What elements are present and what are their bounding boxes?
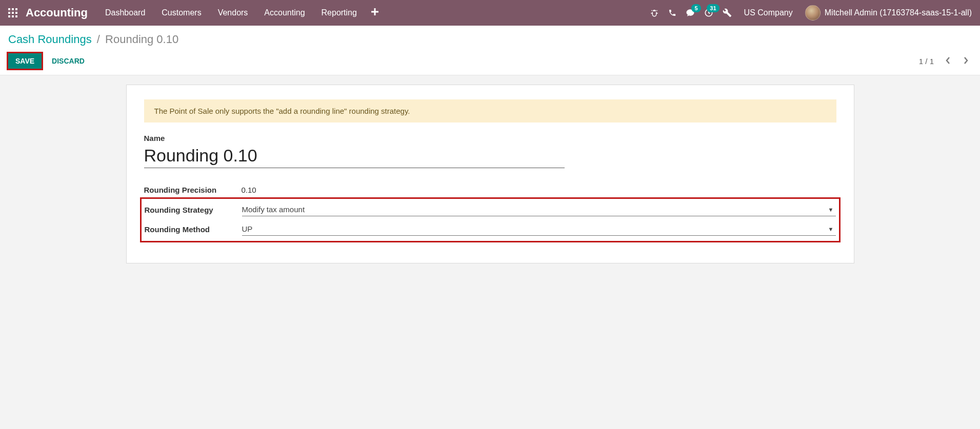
name-label: Name (144, 134, 836, 142)
new-menu-icon[interactable] (364, 4, 386, 22)
row-strategy: Rounding Strategy Modify tax amount ▼ (145, 200, 836, 219)
menu-reporting[interactable]: Reporting (314, 4, 364, 22)
phone-icon[interactable] (668, 9, 676, 17)
strategy-select[interactable]: Modify tax amount (242, 203, 836, 216)
company-switcher[interactable]: US Company (741, 8, 796, 17)
breadcrumb-sep: / (97, 33, 100, 46)
control-panel: Cash Roundings / Rounding 0.10 Save Disc… (0, 26, 980, 75)
breadcrumb-current: Rounding 0.10 (105, 33, 178, 46)
svg-rect-6 (8, 15, 10, 17)
precision-label: Rounding Precision (144, 186, 242, 194)
row-precision: Rounding Precision 0.10 (144, 182, 836, 197)
navbar: Accounting Dashboard Customers Vendors A… (0, 0, 980, 26)
pager-prev-icon[interactable] (942, 54, 954, 68)
activities-badge: 31 (707, 4, 719, 12)
svg-rect-8 (15, 15, 17, 17)
row-method: Rounding Method UP ▼ (145, 219, 836, 239)
activities-icon[interactable]: 31 (704, 8, 713, 17)
settings-icon[interactable] (723, 8, 732, 17)
avatar (805, 5, 821, 21)
svg-rect-2 (15, 8, 17, 10)
debug-icon[interactable] (650, 8, 659, 17)
menu-accounting[interactable]: Accounting (257, 4, 312, 22)
highlighted-fields: Rounding Strategy Modify tax amount ▼ Ro… (140, 197, 841, 242)
messages-badge: 5 (691, 4, 701, 12)
breadcrumb-parent[interactable]: Cash Roundings (8, 33, 92, 46)
navbar-right: 5 31 US Company Mitchell Admin (17163784… (650, 5, 972, 21)
svg-rect-5 (15, 12, 17, 14)
svg-rect-1 (12, 8, 14, 10)
app-brand[interactable]: Accounting (26, 6, 88, 19)
menu-customers[interactable]: Customers (154, 4, 208, 22)
messages-icon[interactable]: 5 (686, 8, 695, 17)
name-input[interactable] (144, 145, 565, 168)
svg-rect-4 (12, 12, 14, 14)
menu-dashboard[interactable]: Dashboard (98, 4, 152, 22)
svg-rect-10 (371, 11, 378, 13)
save-button[interactable]: Save (8, 53, 42, 69)
svg-rect-3 (8, 12, 10, 14)
svg-rect-7 (12, 15, 14, 17)
apps-icon[interactable] (8, 8, 17, 17)
method-label: Rounding Method (145, 225, 242, 234)
pager[interactable]: 1 / 1 (919, 57, 934, 66)
warning-alert: The Point of Sale only supports the "add… (144, 99, 836, 122)
precision-value[interactable]: 0.10 (242, 186, 256, 194)
discard-button[interactable]: Discard (49, 53, 88, 69)
form-sheet: The Point of Sale only supports the "add… (126, 85, 854, 263)
sheet-wrap: The Point of Sale only supports the "add… (0, 75, 980, 273)
method-select[interactable]: UP (242, 222, 836, 236)
main-menu: Dashboard Customers Vendors Accounting R… (98, 4, 364, 22)
user-menu[interactable]: Mitchell Admin (17163784-saas-15-1-all) (805, 5, 972, 21)
menu-vendors[interactable]: Vendors (211, 4, 255, 22)
strategy-label: Rounding Strategy (145, 206, 242, 214)
breadcrumb: Cash Roundings / Rounding 0.10 (8, 33, 972, 46)
svg-rect-0 (8, 8, 10, 10)
user-name: Mitchell Admin (17163784-saas-15-1-all) (825, 8, 972, 17)
pager-next-icon[interactable] (959, 54, 972, 68)
